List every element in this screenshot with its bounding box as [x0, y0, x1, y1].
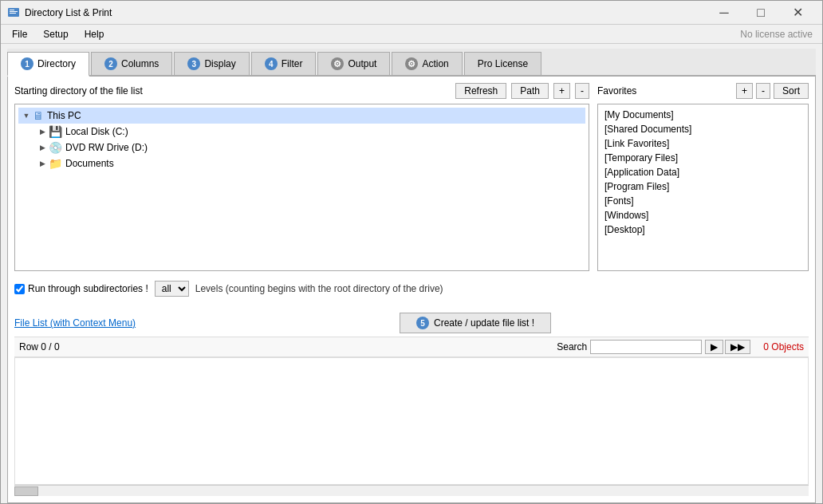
search-input[interactable]: [590, 340, 702, 354]
menu-help[interactable]: Help: [77, 27, 112, 41]
favorites-item-1[interactable]: [Shared Documents]: [601, 122, 805, 136]
add-path-button[interactable]: +: [553, 83, 570, 99]
search-label: Search: [557, 341, 587, 352]
content-area: 1 Directory 2 Columns 3 Display 4 Filter…: [1, 44, 822, 503]
tab-filter[interactable]: 4 Filter: [251, 52, 317, 75]
license-notice: No license active: [740, 29, 819, 40]
close-button[interactable]: ✕: [779, 1, 816, 25]
menu-setup[interactable]: Setup: [35, 27, 76, 41]
tab-label-action: Action: [422, 58, 448, 69]
subdirectory-checkbox-label[interactable]: Run through subdirectories !: [14, 283, 148, 294]
folder-icon: 📁: [49, 157, 62, 170]
horizontal-scrollbar[interactable]: [14, 485, 809, 496]
subdirectory-checkbox[interactable]: [14, 284, 25, 294]
svg-rect-2: [10, 11, 18, 12]
disk-icon: 💾: [49, 125, 62, 138]
favorites-item-2[interactable]: [Link Favorites]: [601, 136, 805, 151]
favorites-item-3[interactable]: [Temporary Files]: [601, 151, 805, 165]
directory-tree[interactable]: ▼ 🖥 This PC ▶ 💾 Local Disk (C:): [14, 104, 589, 271]
title-bar-controls: ─ □ ✕: [706, 1, 816, 25]
svg-rect-0: [8, 8, 19, 17]
search-next-button[interactable]: ▶: [705, 340, 723, 354]
tree-item-documents[interactable]: ▶ 📁 Documents: [34, 156, 585, 171]
subdirectory-row: Run through subdirectories ! all 1 2 3 4…: [14, 278, 589, 300]
search-buttons: ▶ ▶▶: [705, 340, 750, 354]
tab-directory[interactable]: 1 Directory: [7, 52, 89, 77]
tree-label-dvd: DVD RW Drive (D:): [65, 142, 148, 153]
search-last-button[interactable]: ▶▶: [725, 340, 750, 354]
remove-path-button[interactable]: -: [575, 83, 589, 99]
starting-directory-label: Starting directory of the file list: [14, 85, 451, 96]
tab-icon-action: ⚙: [405, 57, 418, 70]
file-list-link[interactable]: File List (with Context Menu): [14, 317, 136, 329]
favorites-list[interactable]: [My Documents][Shared Documents][Link Fa…: [597, 104, 809, 271]
directory-section: Starting directory of the file list Refr…: [14, 83, 589, 300]
favorites-header: Favorites + - Sort: [597, 83, 809, 99]
tab-num-2: 2: [104, 57, 117, 70]
create-file-list-button[interactable]: 5 Create / update file list !: [400, 313, 551, 333]
create-btn-label: Create / update file list !: [434, 317, 534, 329]
tree-label-this-pc: This PC: [47, 110, 81, 121]
tree-item-this-pc[interactable]: ▼ 🖥 This PC: [18, 108, 585, 124]
objects-count: 0 Objects: [750, 341, 804, 352]
app-window: Directory List & Print ─ □ ✕ File Setup …: [0, 0, 823, 504]
favorites-add-button[interactable]: +: [736, 83, 753, 99]
app-title: Directory List & Print: [25, 7, 706, 18]
tab-icon-output: ⚙: [331, 57, 344, 70]
minimize-button[interactable]: ─: [706, 1, 742, 25]
favorites-item-4[interactable]: [Application Data]: [601, 165, 805, 179]
maximize-button[interactable]: □: [742, 1, 779, 25]
path-button[interactable]: Path: [511, 83, 549, 99]
dvd-icon: 💿: [49, 141, 62, 154]
favorites-item-7[interactable]: [Windows]: [601, 208, 805, 222]
expander-dvd[interactable]: ▶: [36, 141, 49, 154]
favorites-item-8[interactable]: [Desktop]: [601, 222, 805, 237]
tree-label-local-disk: Local Disk (C:): [65, 126, 128, 137]
top-section: Starting directory of the file list Refr…: [14, 83, 809, 300]
expander-this-pc[interactable]: ▼: [20, 109, 33, 122]
tab-label-directory: Directory: [37, 58, 76, 69]
tab-columns[interactable]: 2 Columns: [91, 52, 172, 75]
tab-label-display: Display: [204, 58, 235, 69]
tab-num-4: 4: [265, 57, 278, 70]
favorites-item-6[interactable]: [Fonts]: [601, 194, 805, 208]
expander-documents[interactable]: ▶: [36, 157, 49, 170]
tab-label-output: Output: [348, 58, 376, 69]
refresh-button[interactable]: Refresh: [455, 83, 506, 99]
tab-display[interactable]: 3 Display: [174, 52, 249, 75]
computer-icon: 🖥: [33, 109, 44, 122]
tab-num-1: 1: [21, 57, 33, 70]
favorites-section: Favorites + - Sort [My Documents][Shared…: [597, 83, 809, 300]
tab-content-directory: Starting directory of the file list Refr…: [7, 77, 816, 503]
create-btn-num: 5: [416, 317, 429, 329]
favorites-remove-button[interactable]: -: [756, 83, 770, 99]
file-list-header: File List (with Context Menu) 5 Create /…: [14, 309, 809, 337]
tab-bar: 1 Directory 2 Columns 3 Display 4 Filter…: [7, 49, 816, 77]
expander-local-disk[interactable]: ▶: [36, 125, 49, 138]
data-area: [14, 357, 809, 485]
favorites-item-5[interactable]: [Program Files]: [601, 179, 805, 194]
tab-pro-license[interactable]: Pro License: [464, 52, 541, 75]
search-row: Row 0 / 0 Search ▶ ▶▶ 0 Objects: [14, 337, 809, 357]
menu-bar: File Setup Help No license active: [1, 25, 822, 44]
menu-file[interactable]: File: [4, 27, 35, 41]
tab-label-filter: Filter: [282, 58, 303, 69]
favorites-item-0[interactable]: [My Documents]: [601, 108, 805, 122]
file-list-section: File List (with Context Menu) 5 Create /…: [14, 309, 809, 496]
levels-label: Levels (counting begins with the root di…: [195, 283, 443, 294]
title-bar: Directory List & Print ─ □ ✕: [1, 1, 822, 25]
tree-item-local-disk[interactable]: ▶ 💾 Local Disk (C:): [34, 124, 585, 140]
directory-header: Starting directory of the file list Refr…: [14, 83, 589, 99]
tab-num-3: 3: [187, 57, 200, 70]
svg-rect-1: [10, 10, 14, 10]
levels-select[interactable]: all 1 2 3 4 5: [155, 281, 189, 297]
favorites-label: Favorites: [597, 85, 733, 96]
tab-output[interactable]: ⚙ Output: [317, 52, 390, 75]
tree-item-dvd[interactable]: ▶ 💿 DVD RW Drive (D:): [34, 140, 585, 156]
tree-label-documents: Documents: [65, 158, 114, 169]
tab-label-pro: Pro License: [478, 58, 528, 69]
tab-action[interactable]: ⚙ Action: [392, 52, 462, 75]
row-info: Row 0 / 0: [19, 341, 557, 352]
favorites-sort-button[interactable]: Sort: [774, 83, 809, 99]
tab-label-columns: Columns: [121, 58, 159, 69]
